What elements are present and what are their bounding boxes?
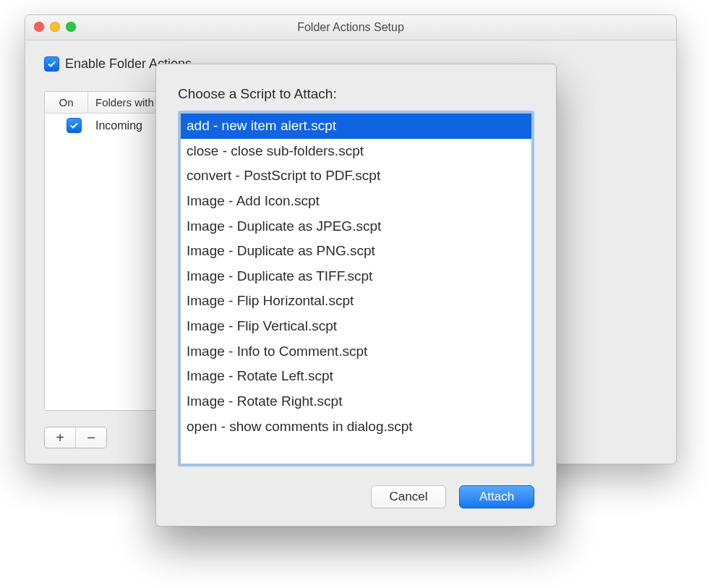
traffic-lights bbox=[34, 22, 76, 32]
minus-icon: − bbox=[87, 430, 95, 445]
script-listbox[interactable]: add - new item alert.scptclose - close s… bbox=[180, 113, 532, 464]
list-item[interactable]: Image - Flip Vertical.scpt bbox=[181, 314, 531, 339]
sheet-title: Choose a Script to Attach: bbox=[178, 86, 534, 102]
list-item[interactable]: add - new item alert.scpt bbox=[181, 114, 531, 139]
add-folder-button[interactable]: + bbox=[45, 427, 76, 448]
titlebar: Folder Actions Setup bbox=[25, 15, 676, 41]
list-item[interactable]: convert - PostScript to PDF.scpt bbox=[181, 163, 531, 189]
plus-icon: + bbox=[56, 430, 64, 445]
zoom-icon[interactable] bbox=[66, 22, 76, 32]
list-item[interactable]: open - show comments in dialog.scpt bbox=[181, 414, 531, 440]
list-item[interactable]: Image - Add Icon.scpt bbox=[181, 189, 531, 214]
list-item[interactable]: Image - Info to Comment.scpt bbox=[181, 339, 531, 365]
script-listbox-focus-ring: add - new item alert.scptclose - close s… bbox=[178, 111, 534, 466]
cancel-button[interactable]: Cancel bbox=[371, 485, 446, 508]
list-item[interactable]: Image - Duplicate as JPEG.scpt bbox=[181, 214, 531, 239]
window-title: Folder Actions Setup bbox=[25, 15, 676, 40]
choose-script-sheet: Choose a Script to Attach: add - new ite… bbox=[155, 64, 557, 527]
attach-button[interactable]: Attach bbox=[459, 485, 534, 508]
list-item[interactable]: Image - Rotate Right.scpt bbox=[181, 389, 531, 414]
list-item[interactable]: Image - Rotate Left.scpt bbox=[181, 364, 531, 389]
remove-folder-button[interactable]: − bbox=[76, 427, 106, 448]
list-item[interactable]: Image - Flip Horizontal.scpt bbox=[181, 289, 531, 314]
row-checkbox[interactable] bbox=[67, 118, 82, 133]
list-item[interactable]: Image - Duplicate as TIFF.scpt bbox=[181, 264, 531, 289]
close-icon[interactable] bbox=[34, 22, 44, 32]
column-header-on[interactable]: On bbox=[45, 92, 88, 113]
list-item[interactable]: Image - Duplicate as PNG.scpt bbox=[181, 239, 531, 264]
attach-button-label: Attach bbox=[479, 490, 514, 504]
list-item[interactable]: close - close sub-folders.scpt bbox=[181, 139, 531, 164]
cancel-button-label: Cancel bbox=[390, 490, 428, 504]
minimize-icon[interactable] bbox=[50, 22, 60, 32]
enable-folder-actions-checkbox[interactable] bbox=[44, 56, 59, 72]
add-remove-segmented: + − bbox=[44, 427, 107, 448]
